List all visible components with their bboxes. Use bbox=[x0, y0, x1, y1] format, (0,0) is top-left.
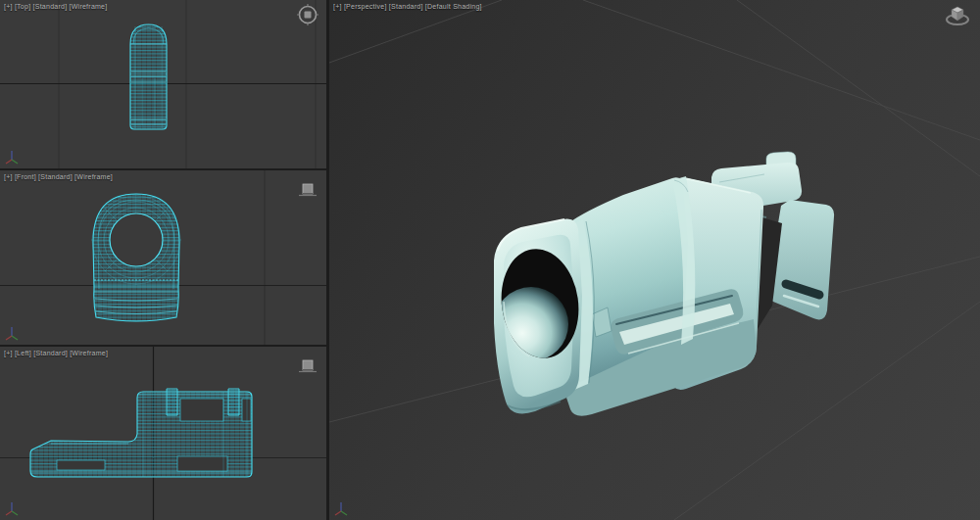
viewcube-left-face-icon[interactable] bbox=[297, 358, 318, 374]
world-axis-icon bbox=[4, 148, 20, 165]
viewport-label-top[interactable]: [+] [Top] [Standard] [Wireframe] bbox=[4, 2, 107, 11]
wireframe-model-top[interactable] bbox=[130, 24, 167, 129]
world-axis-icon bbox=[4, 499, 20, 517]
viewcube-front-face-icon[interactable] bbox=[297, 182, 318, 198]
viewport-left[interactable]: [+] [Left] [Standard] [Wireframe] bbox=[0, 347, 326, 520]
wireframe-model-left[interactable] bbox=[30, 389, 252, 477]
perspective-view-canvas[interactable] bbox=[329, 0, 980, 520]
world-axis-icon bbox=[4, 324, 20, 342]
viewport-label-front[interactable]: [+] [Front] [Standard] [Wireframe] bbox=[4, 172, 113, 181]
viewport-label-perspective[interactable]: [+] [Perspective] [Standard] [Default Sh… bbox=[333, 2, 482, 11]
viewcube-ortho-icon[interactable] bbox=[295, 2, 320, 27]
front-view-canvas[interactable] bbox=[0, 170, 326, 345]
viewport-front[interactable]: [+] [Front] [Standard] [Wireframe] bbox=[0, 170, 326, 345]
wireframe-model-front[interactable] bbox=[91, 194, 181, 321]
viewcube-perspective-icon[interactable] bbox=[943, 4, 972, 29]
quad-viewport-layout: [+] [Top] [Standard] [Wireframe] bbox=[0, 0, 980, 520]
viewport-label-left[interactable]: [+] [Left] [Standard] [Wireframe] bbox=[4, 349, 108, 357]
world-axis-icon bbox=[333, 499, 349, 517]
viewport-top[interactable]: [+] [Top] [Standard] [Wireframe] bbox=[0, 0, 326, 168]
top-view-canvas[interactable] bbox=[0, 0, 326, 168]
viewport-perspective[interactable]: [+] [Perspective] [Standard] [Default Sh… bbox=[329, 0, 980, 520]
left-view-canvas[interactable] bbox=[0, 347, 326, 520]
